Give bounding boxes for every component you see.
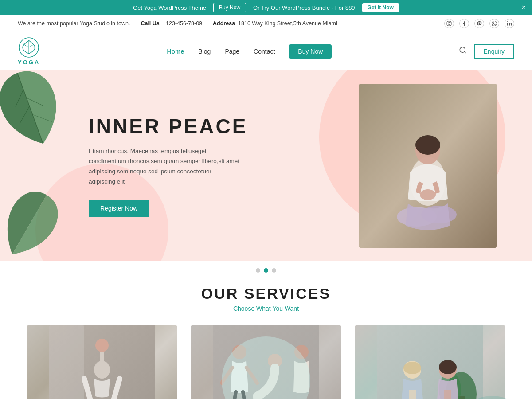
info-bar-left: We are the most popular Yoga Studio in t…: [18, 20, 337, 27]
svg-point-44: [403, 362, 421, 374]
service-card-meditation: Meditation Yoga: [355, 325, 505, 399]
hero-section: INNER PEACE Etiam rhoncus. Maecenas temp…: [0, 70, 532, 261]
banner-get-it-now-button[interactable]: Get It Now: [362, 3, 399, 12]
services-wrapper: OUR SERVICES Choose What You Want: [0, 276, 532, 399]
call-label: Call Us: [141, 20, 159, 27]
search-icon: [459, 46, 467, 54]
slider-dot-3[interactable]: [272, 268, 276, 273]
call-info: Call Us +123-456-78-09: [141, 20, 202, 27]
services-grid: Vinyasa Yoga: [27, 325, 505, 399]
nav-home[interactable]: Home: [167, 48, 184, 55]
logo-icon: [18, 37, 39, 58]
slider-dot-2[interactable]: [264, 268, 268, 273]
slider-dots: [0, 261, 532, 276]
services-subtitle: Choose What You Want: [27, 305, 505, 312]
banner-separator: Or Try Our WordPress Bundle - For $89: [253, 4, 355, 11]
info-bar: We are the most popular Yoga Studio in t…: [0, 15, 532, 32]
svg-rect-0: [447, 21, 451, 26]
services-section: OUR SERVICES Choose What You Want: [0, 276, 532, 399]
slider-dot-1[interactable]: [256, 268, 260, 273]
hero-image-wrap: [359, 84, 497, 248]
svg-point-17: [420, 189, 436, 200]
svg-line-6: [464, 51, 466, 53]
vinyasa-yoga-figure: [27, 325, 177, 399]
nav-contact[interactable]: Contact: [254, 48, 275, 55]
address-text: 1810 Way King Street,5th Avenue Miami: [238, 20, 337, 27]
top-banner: Get Yoga WordPress Theme Buy Now Or Try …: [0, 0, 532, 15]
address-info: Address 1810 Way King Street,5th Avenue …: [213, 20, 337, 27]
hero-image: [359, 84, 497, 248]
service-image-basic: [191, 325, 341, 399]
svg-rect-22: [49, 325, 84, 399]
address-label: Address: [213, 20, 235, 27]
service-card-vinyasa: Vinyasa Yoga: [27, 325, 177, 399]
services-title-wrap: OUR SERVICES Choose What You Want: [27, 285, 505, 312]
phone-number: +123-456-78-09: [163, 20, 202, 27]
social-icons: [444, 19, 514, 28]
register-now-button[interactable]: Register Now: [89, 200, 149, 217]
header: YOGA Home Blog Page Contact Buy Now Enqu…: [0, 32, 532, 70]
logo-text: YOGA: [18, 59, 40, 66]
svg-point-3: [507, 21, 508, 22]
meditation-yoga-figure: [355, 325, 505, 399]
tagline: We are the most popular Yoga Studio in t…: [18, 20, 130, 27]
svg-point-28: [95, 339, 109, 352]
yoga-figure-svg: [359, 84, 497, 248]
svg-point-5: [460, 47, 465, 52]
banner-buy-now-button[interactable]: Buy Now: [213, 3, 246, 12]
hero-description: Etiam rhoncus. Maecenas tempus,tellusege…: [89, 146, 239, 187]
banner-text: Get Yoga WordPress Theme: [133, 4, 206, 11]
nav-page[interactable]: Page: [225, 48, 239, 55]
main-nav: Home Blog Page Contact Buy Now: [167, 44, 332, 59]
pinterest-icon[interactable]: [474, 19, 484, 28]
hero-content: INNER PEACE Etiam rhoncus. Maecenas temp…: [0, 88, 359, 244]
enquiry-button[interactable]: Enquiry: [474, 44, 514, 59]
banner-close-button[interactable]: ×: [522, 4, 526, 12]
service-card-basic: Basic Yoga: [191, 325, 341, 399]
header-right: Enquiry: [459, 44, 514, 59]
svg-point-1: [448, 23, 450, 25]
instagram-icon[interactable]: [444, 19, 454, 28]
svg-point-2: [450, 22, 451, 23]
search-button[interactable]: [459, 46, 467, 56]
logo[interactable]: YOGA: [18, 37, 40, 66]
svg-point-16: [415, 135, 440, 155]
service-image-meditation: [355, 325, 505, 399]
service-image-vinyasa: [27, 325, 177, 399]
hero-title: INNER PEACE: [89, 114, 332, 138]
nav-blog[interactable]: Blog: [198, 48, 211, 55]
linkedin-icon[interactable]: [505, 19, 514, 28]
facebook-icon[interactable]: [459, 19, 469, 28]
svg-point-47: [439, 360, 457, 374]
whatsapp-icon[interactable]: [489, 19, 499, 28]
nav-buy-now-button[interactable]: Buy Now: [289, 44, 332, 59]
services-heading: OUR SERVICES: [27, 285, 505, 302]
